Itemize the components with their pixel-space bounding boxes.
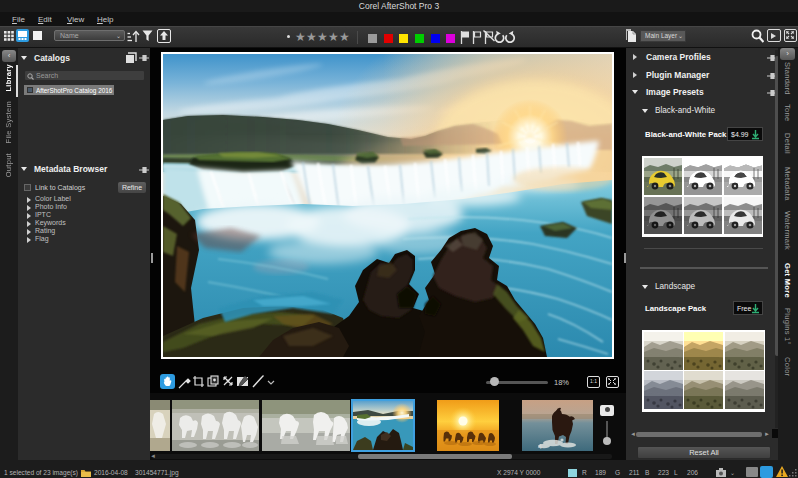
svg-text:4: 4 xyxy=(538,443,542,450)
